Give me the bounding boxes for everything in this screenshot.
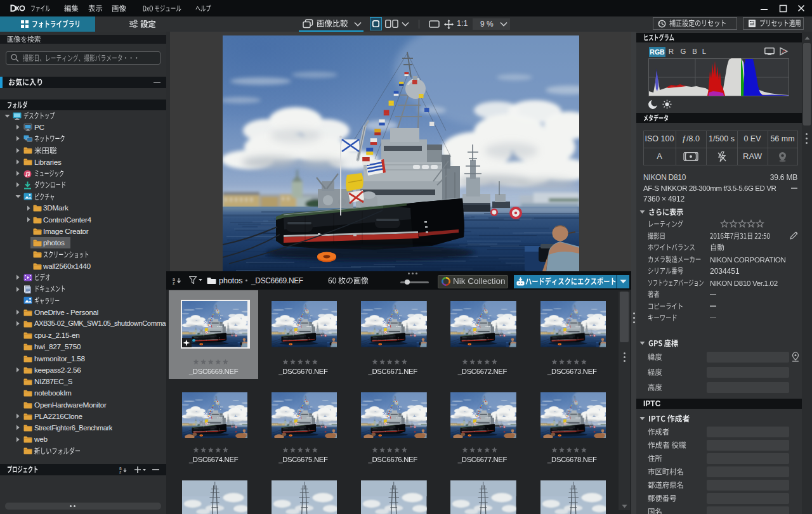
svg-text:z: z (173, 281, 175, 285)
svg-text:z: z (119, 470, 121, 473)
